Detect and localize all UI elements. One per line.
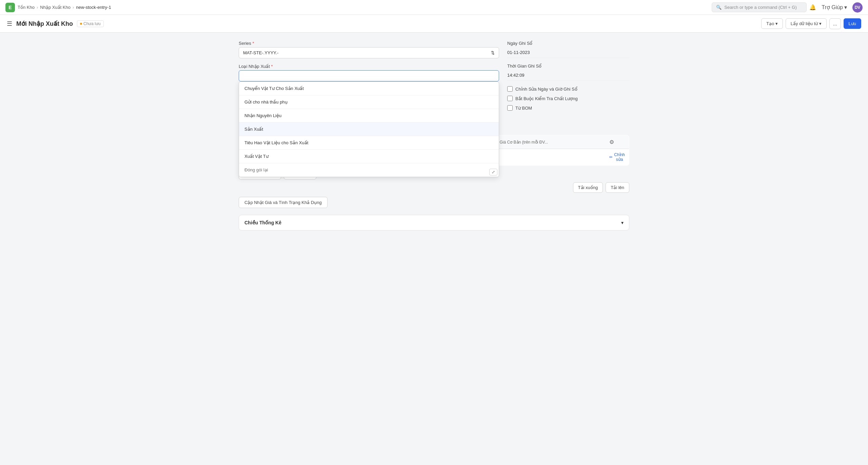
breadcrumb-current: new-stock-entry-1 [76, 5, 111, 10]
dropdown-item-3[interactable]: Sản Xuất [239, 123, 499, 136]
dropdown-item-4[interactable]: Tiêu Hao Vật Liệu cho Sản Xuất [239, 136, 499, 150]
page-title: Mới Nhập Xuất Kho [16, 20, 73, 27]
chieu-thong-ke-title: Chiều Thống Kê [244, 220, 281, 225]
app-logo[interactable]: E [5, 3, 15, 12]
td-edit: ✏ Chỉnh sửa [605, 149, 629, 166]
chinh-sua-button[interactable]: ✏ Chỉnh sửa [609, 152, 625, 162]
th-actions: ⚙ [605, 135, 629, 149]
thoi-gian-ghi-so-value[interactable]: 14:42:09 [507, 70, 629, 81]
required-marker-2: * [271, 64, 273, 69]
th-don-gia: Đơn Giá Cơ Bản (trên mỗi ĐV... [487, 135, 605, 149]
menu-toggle-button[interactable]: ☰ [7, 20, 12, 27]
breadcrumb-ton-kho[interactable]: Tồn Kho [18, 5, 35, 10]
checkbox-row-1: Bắt Buộc Kiểm Tra Chất Lượng [507, 96, 629, 101]
kiem-tra-chat-luong-checkbox[interactable] [507, 96, 513, 101]
tao-button[interactable]: Tạo ▾ [761, 18, 783, 29]
cap-nhat-button[interactable]: Cập Nhật Giá và Tình Trạng Khả Dụng [239, 197, 328, 208]
chevron-down-icon: ▾ [819, 21, 822, 26]
unsaved-badge: Chưa lưu [77, 20, 104, 27]
chevron-down-icon: ▾ [775, 21, 778, 26]
topbar-icons: 🔔 Trợ Giúp ▾ DV [809, 2, 863, 13]
required-marker: * [252, 41, 254, 46]
thoi-gian-ghi-so-field: Thời Gian Ghi Sổ 14:42:09 [507, 63, 629, 81]
loai-nhap-xuat-input[interactable] [239, 70, 499, 81]
thoi-gian-ghi-so-label: Thời Gian Ghi Sổ [507, 63, 629, 69]
chinh-sua-ngay-gio-checkbox[interactable] [507, 86, 513, 92]
tu-bom-label: Từ BOM [515, 106, 532, 111]
main-content: Series * MAT-STE-.YYYY.- ⇅ Loại Nhập Xuấ… [231, 33, 637, 239]
td-don-gia[interactable] [487, 149, 605, 166]
user-avatar[interactable]: DV [852, 2, 863, 13]
tai-len-button[interactable]: Tải lên [606, 182, 629, 193]
dropdown-item-6[interactable]: Đóng gói lại [239, 163, 499, 177]
chieu-thong-ke-section[interactable]: Chiều Thống Kê ▾ [239, 215, 629, 230]
sort-icon: ⇅ [491, 50, 495, 55]
tu-bom-checkbox[interactable] [507, 105, 513, 111]
loai-nhap-xuat-field-group: Loại Nhập Xuất * Chuyển Vật Tư Cho Sản X… [239, 64, 499, 81]
kiem-tra-chat-luong-label: Bắt Buộc Kiểm Tra Chất Lượng [515, 96, 578, 101]
lay-du-lieu-button[interactable]: Lấy dữ liệu từ ▾ [786, 18, 827, 29]
ngay-ghi-so-value[interactable]: 01-11-2023 [507, 47, 629, 58]
help-button[interactable]: Trợ Giúp ▾ [822, 4, 847, 11]
notification-bell[interactable]: 🔔 [809, 4, 816, 11]
breadcrumb: Tồn Kho › Nhập Xuất Kho › new-stock-entr… [18, 5, 111, 10]
loai-nhap-xuat-dropdown-list: Chuyển Vật Tư Cho Sản Xuất Gửi cho nhà t… [239, 81, 499, 177]
checkbox-row-2: Từ BOM [507, 105, 629, 111]
series-field-group: Series * MAT-STE-.YYYY.- ⇅ [239, 41, 499, 58]
dropdown-item-1[interactable]: Gửi cho nhà thầu phụ [239, 95, 499, 109]
dropdown-expand-button[interactable]: ⤢ [489, 169, 497, 175]
chieu-thong-ke-chevron: ▾ [621, 220, 624, 225]
chinh-sua-ngay-gio-label: Chỉnh Sửa Ngày và Giờ Ghi Sổ [515, 87, 577, 92]
form-left: Series * MAT-STE-.YYYY.- ⇅ Loại Nhập Xuấ… [239, 41, 499, 115]
series-select[interactable]: MAT-STE-.YYYY.- ⇅ [239, 47, 499, 58]
luu-button[interactable]: Lưu [844, 18, 861, 29]
loai-nhap-xuat-dropdown-container: Chuyển Vật Tư Cho Sản Xuất Gửi cho nhà t… [239, 70, 499, 81]
topbar: E Tồn Kho › Nhập Xuất Kho › new-stock-en… [0, 0, 868, 15]
table-settings-button[interactable]: ⚙ [609, 139, 614, 145]
form-right: Ngày Ghi Sổ 01-11-2023 Thời Gian Ghi Sổ … [507, 41, 629, 115]
tai-xuong-button[interactable]: Tải xuống [573, 182, 603, 193]
global-search[interactable]: 🔍 Search or type a command (Ctrl + G) [712, 2, 807, 12]
table-footer-actions: Tải xuống Tải lên [239, 182, 629, 193]
form-layout: Series * MAT-STE-.YYYY.- ⇅ Loại Nhập Xuấ… [239, 41, 629, 115]
cap-nhat-button-container: Cập Nhật Giá và Tình Trạng Khả Dụng [239, 193, 629, 208]
unsaved-dot [80, 23, 82, 25]
dropdown-item-5[interactable]: Xuất Vật Tư [239, 150, 499, 163]
ngay-ghi-so-field: Ngày Ghi Sổ 01-11-2023 [507, 41, 629, 58]
search-icon: 🔍 [716, 5, 722, 10]
header-actions: Tạo ▾ Lấy dữ liệu từ ▾ ... Lưu [761, 18, 861, 29]
dropdown-item-0[interactable]: Chuyển Vật Tư Cho Sản Xuất [239, 82, 499, 95]
dropdown-item-2[interactable]: Nhận Nguyên Liệu [239, 109, 499, 123]
checkbox-row-0: Chỉnh Sửa Ngày và Giờ Ghi Sổ [507, 86, 629, 92]
chevron-down-icon: ▾ [844, 4, 847, 11]
series-label: Series * [239, 41, 499, 46]
loai-nhap-xuat-label: Loại Nhập Xuất * [239, 64, 499, 69]
ngay-ghi-so-label: Ngày Ghi Sổ [507, 41, 629, 46]
page-header: ☰ Mới Nhập Xuất Kho Chưa lưu Tạo ▾ Lấy d… [0, 15, 868, 33]
breadcrumb-nhap-xuat-kho[interactable]: Nhập Xuất Kho [40, 5, 71, 10]
more-actions-button[interactable]: ... [829, 18, 841, 29]
